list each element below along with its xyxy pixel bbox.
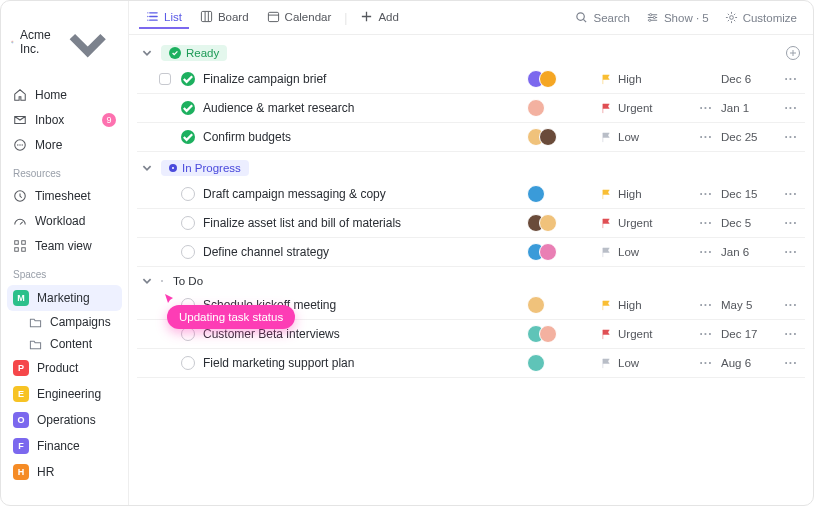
task-row[interactable]: Audience & market research Urgent ··· Ja… [137, 94, 805, 123]
task-title[interactable]: Draft campaign messaging & copy [203, 187, 527, 201]
task-title[interactable]: Audience & market research [203, 101, 527, 115]
priority[interactable]: High [601, 188, 691, 200]
status-open-icon[interactable] [181, 216, 195, 230]
task-row[interactable]: Define channel strategy Low ··· Jan 6 ··… [137, 238, 805, 267]
checkbox[interactable] [159, 73, 171, 85]
status-open-icon[interactable] [181, 327, 195, 341]
space-finance[interactable]: FFinance [7, 433, 122, 459]
view-calendar[interactable]: Calendar [260, 6, 339, 29]
caret-down-icon[interactable] [141, 47, 153, 59]
more-icon[interactable]: ··· [691, 298, 721, 312]
due-date[interactable]: Dec 15 [721, 188, 777, 200]
row-actions-icon[interactable]: ··· [777, 72, 805, 86]
workspace-switcher[interactable]: Acme Inc. [7, 5, 122, 82]
customize-button[interactable]: Customize [719, 8, 803, 27]
view-board[interactable]: Board [193, 6, 256, 29]
task-title[interactable]: Field marketing support plan [203, 356, 527, 370]
priority[interactable]: Low [601, 131, 691, 143]
assignees[interactable] [527, 185, 601, 203]
folder-label: Content [50, 337, 92, 351]
row-actions-icon[interactable]: ··· [777, 130, 805, 144]
due-date[interactable]: Dec 6 [721, 73, 777, 85]
task-row[interactable]: Finalize campaign brief High Dec 6 ··· [137, 65, 805, 94]
space-engineering[interactable]: EEngineering [7, 381, 122, 407]
show-button[interactable]: Show · 5 [640, 8, 715, 27]
due-date[interactable]: May 5 [721, 299, 777, 311]
more-icon[interactable]: ··· [691, 327, 721, 341]
search-button[interactable]: Search [569, 8, 635, 27]
nav-home[interactable]: Home [7, 83, 122, 107]
row-actions-icon[interactable]: ··· [777, 101, 805, 115]
assignees[interactable] [527, 325, 601, 343]
space-marketing[interactable]: MMarketing [7, 285, 122, 311]
row-actions-icon[interactable]: ··· [777, 216, 805, 230]
more-icon[interactable]: ··· [691, 187, 721, 201]
due-date[interactable]: Aug 6 [721, 357, 777, 369]
caret-down-icon[interactable] [141, 162, 153, 174]
status-done-icon[interactable] [181, 72, 195, 86]
row-actions-icon[interactable]: ··· [777, 187, 805, 201]
assignees[interactable] [527, 214, 601, 232]
task-title[interactable]: Customer Beta interviews [203, 327, 527, 341]
task-row[interactable]: Draft campaign messaging & copy High ···… [137, 180, 805, 209]
folder-icon [29, 316, 42, 329]
status-done-icon[interactable] [181, 101, 195, 115]
assignees[interactable] [527, 99, 601, 117]
row-actions-icon[interactable]: ··· [777, 298, 805, 312]
view-add[interactable]: Add [353, 6, 405, 29]
more-icon[interactable]: ··· [691, 216, 721, 230]
view-list[interactable]: List [139, 6, 189, 29]
priority[interactable]: Low [601, 357, 691, 369]
add-task-icon[interactable] [785, 45, 801, 61]
row-actions-icon[interactable]: ··· [777, 327, 805, 341]
due-date[interactable]: Dec 25 [721, 131, 777, 143]
task-row[interactable]: Field marketing support plan Low ··· Aug… [137, 349, 805, 378]
priority[interactable]: High [601, 73, 691, 85]
status-open-icon[interactable] [181, 356, 195, 370]
assignees[interactable] [527, 354, 601, 372]
space-operations[interactable]: OOperations [7, 407, 122, 433]
svg-point-24 [649, 19, 651, 21]
caret-down-icon[interactable] [141, 275, 153, 287]
task-title[interactable]: Finalize asset list and bill of material… [203, 216, 527, 230]
priority[interactable]: Urgent [601, 328, 691, 340]
priority[interactable]: Urgent [601, 217, 691, 229]
task-title[interactable]: Define channel strategy [203, 245, 527, 259]
more-icon[interactable]: ··· [691, 245, 721, 259]
due-date[interactable]: Jan 1 [721, 102, 777, 114]
more-icon[interactable]: ··· [691, 130, 721, 144]
space-hr[interactable]: HHR [7, 459, 122, 485]
assignees[interactable] [527, 128, 601, 146]
priority[interactable]: Low [601, 246, 691, 258]
nav-timesheet[interactable]: Timesheet [7, 184, 122, 208]
due-date[interactable]: Dec 17 [721, 328, 777, 340]
status-open-icon[interactable] [181, 245, 195, 259]
priority[interactable]: High [601, 299, 691, 311]
priority-label: Low [618, 246, 639, 258]
task-row[interactable]: Confirm budgets Low ··· Dec 25 ··· [137, 123, 805, 152]
group-pill[interactable]: Ready [161, 45, 227, 61]
task-title[interactable]: Finalize campaign brief [203, 72, 527, 86]
assignees[interactable] [527, 296, 601, 314]
row-actions-icon[interactable]: ··· [777, 245, 805, 259]
task-title[interactable]: Confirm budgets [203, 130, 527, 144]
nav-more[interactable]: More [7, 133, 122, 157]
due-date[interactable]: Dec 5 [721, 217, 777, 229]
status-open-icon[interactable] [181, 187, 195, 201]
status-done-icon[interactable] [181, 130, 195, 144]
more-icon[interactable]: ··· [691, 356, 721, 370]
assignees[interactable] [527, 70, 601, 88]
group-pill[interactable]: In Progress [161, 160, 249, 176]
nav-teamview[interactable]: Team view [7, 234, 122, 258]
assignees[interactable] [527, 243, 601, 261]
nav-inbox[interactable]: Inbox 9 [7, 108, 122, 132]
folder-content[interactable]: Content [7, 333, 122, 355]
due-date[interactable]: Jan 6 [721, 246, 777, 258]
priority[interactable]: Urgent [601, 102, 691, 114]
space-product[interactable]: PProduct [7, 355, 122, 381]
folder-campaigns[interactable]: Campaigns [7, 311, 122, 333]
task-row[interactable]: Finalize asset list and bill of material… [137, 209, 805, 238]
row-actions-icon[interactable]: ··· [777, 356, 805, 370]
nav-workload[interactable]: Workload [7, 209, 122, 233]
more-icon[interactable]: ··· [691, 101, 721, 115]
